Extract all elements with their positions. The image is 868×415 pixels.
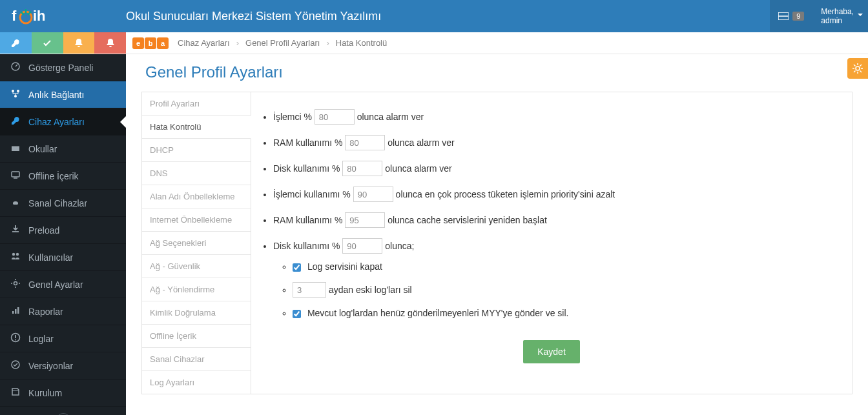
tab-a-g-venlik[interactable]: Ağ - Güvenlik (142, 255, 251, 278)
nav-label: Okullar (28, 144, 57, 154)
breadcrumb-item[interactable]: Cihaz Ayarları (178, 38, 230, 48)
svg-point-20 (14, 282, 17, 285)
ram-alarm-input[interactable] (345, 135, 385, 150)
nav-label: Genel Ayarlar (28, 279, 83, 290)
tab-kimlik-do-rulama[interactable]: Kimlik Doğrulama (142, 301, 251, 325)
tab-internet-nbellekleme[interactable]: Internet Önbellekleme (142, 208, 251, 232)
tab-log-ayarlar-[interactable]: Log Ayarları (142, 371, 251, 394)
nav-label: Versiyonlar (28, 361, 73, 371)
row-log-close: Log servisini kapat (293, 256, 844, 277)
nav-item-schools[interactable]: Okullar (0, 136, 126, 163)
nav-item-users[interactable]: Kullanıcılar (0, 244, 126, 271)
chevron-right-icon: › (236, 38, 239, 48)
cpu-priority-input[interactable] (353, 187, 393, 202)
username-label: admin (821, 16, 854, 25)
nav-label: Sanal Cihazlar (28, 198, 87, 208)
save-button[interactable]: Kaydet (523, 340, 580, 363)
nav-item-dashboard[interactable]: Gösterge Paneli (0, 54, 126, 81)
quick-tools-button[interactable] (0, 32, 32, 54)
quick-approve-button[interactable] (32, 32, 63, 54)
row-disk-alarm: Disk kullanımı % olunca alarm ver (273, 156, 844, 181)
breadcrumb: Cihaz Ayarları › Genel Profil Ayarları ›… (178, 32, 387, 54)
nav-label: Kurulum (28, 388, 62, 398)
quick-alarm-button[interactable] (94, 32, 126, 54)
breadcrumb-item: Hata Kontrolü (336, 38, 388, 48)
nav-label: Kullanıcılar (28, 252, 73, 263)
tab-a-se-enekleri[interactable]: Ağ Seçenekleri (142, 232, 251, 255)
svg-rect-14 (12, 146, 19, 147)
page-settings-button[interactable] (847, 58, 868, 79)
content: Genel Profil Ayarları Profil AyarlarıHat… (126, 54, 868, 415)
tab-dns[interactable]: DNS (142, 162, 251, 185)
svg-rect-26 (15, 309, 17, 314)
row-cpu-priority: İşlemci kullanımı % olunca en çok proces… (273, 181, 844, 207)
caret-down-icon (858, 14, 863, 19)
quick-alerts-button[interactable] (63, 32, 95, 54)
svg-point-18 (12, 253, 15, 256)
row-disk-when: Disk kullanımı % olunca; Log servisini k… (273, 233, 844, 329)
disk-when-input[interactable] (342, 238, 382, 254)
svg-text:f: f (12, 8, 17, 24)
svg-rect-15 (12, 172, 19, 177)
dashboard-icon (10, 61, 21, 74)
bell-alert-icon (107, 39, 114, 48)
topbar: f ih Okul Sunucuları Merkezi Sistem Yöne… (0, 0, 868, 32)
nav-label: Offline İçerik (28, 171, 79, 181)
nav-item-reports[interactable]: Raporlar (0, 298, 126, 325)
brand-logo[interactable]: f ih (0, 0, 126, 32)
device-icon (10, 116, 21, 128)
cpu-alarm-input[interactable] (315, 109, 355, 125)
chevron-right-icon: › (326, 38, 329, 48)
tab-profil-ayarlar-[interactable]: Profil Ayarları (142, 92, 251, 116)
eba-e: e (132, 37, 144, 49)
live-icon (10, 88, 21, 101)
nav-label: Raporlar (28, 307, 63, 317)
breadcrumb-item[interactable]: Genel Profil Ayarları (245, 38, 320, 48)
svg-line-41 (854, 71, 856, 73)
greeting-label: Merhaba, (821, 7, 854, 16)
svg-rect-25 (12, 311, 14, 314)
svg-rect-27 (17, 307, 19, 314)
svg-line-39 (860, 71, 862, 73)
eba-logo[interactable]: e b a (132, 32, 169, 54)
nav-item-preload[interactable]: Preload (0, 217, 126, 244)
eba-a: a (157, 37, 169, 49)
svg-point-19 (16, 253, 19, 256)
nav-item-offline[interactable]: Offline İçerik (0, 163, 126, 190)
sidebar: Gösterge PaneliAnlık BağlantıCihaz Ayarl… (0, 54, 126, 415)
sidebar-collapse[interactable]: « (0, 407, 126, 415)
row-cpu-alarm: İşlemci % olunca alarm ver (273, 104, 844, 130)
nav-label: Anlık Bağlantı (28, 90, 84, 100)
disk-alarm-input[interactable] (342, 161, 382, 176)
bell-icon (75, 39, 83, 48)
user-menu[interactable]: Merhaba, admin (812, 0, 868, 32)
tab-offline-i-erik[interactable]: Offline İçerik (142, 325, 251, 348)
tab-a-y-nlendirme[interactable]: Ağ - Yönlendirme (142, 278, 251, 301)
old-logs-months-input[interactable] (293, 282, 326, 298)
check-icon (43, 39, 52, 48)
svg-point-33 (856, 66, 860, 70)
tab-dhcp[interactable]: DHCP (142, 139, 251, 162)
topbar-right: 9 Merhaba, admin (770, 0, 868, 32)
messages-button[interactable]: 9 (770, 0, 812, 32)
nav-item-vm[interactable]: Sanal Cihazlar (0, 190, 126, 217)
svg-line-40 (860, 65, 862, 66)
tab-hata-kontrol-[interactable]: Hata Kontrolü (142, 116, 251, 139)
nav-item-install[interactable]: Kurulum (0, 380, 126, 407)
nav-label: Preload (28, 225, 59, 236)
tab-alan-ad-nbellekleme[interactable]: Alan Adı Önbellekleme (142, 185, 251, 208)
vm-icon (10, 197, 21, 209)
nav-item-device[interactable]: Cihaz Ayarları (0, 108, 126, 136)
send-logs-checkbox[interactable] (293, 310, 301, 318)
nav-item-settings[interactable]: Genel Ayarlar (0, 271, 126, 298)
quick-actions (0, 32, 126, 54)
svg-point-30 (15, 339, 16, 341)
ram-cache-input[interactable] (345, 212, 385, 228)
nav-item-logs[interactable]: Loglar (0, 325, 126, 352)
tab-sanal-cihazlar[interactable]: Sanal Cihazlar (142, 348, 251, 371)
nav-item-versions[interactable]: Versiyonlar (0, 352, 126, 380)
nav-item-live[interactable]: Anlık Bağlantı (0, 81, 126, 108)
schools-icon (10, 143, 21, 155)
svg-text:ih: ih (33, 8, 46, 24)
log-close-checkbox[interactable] (293, 263, 301, 272)
